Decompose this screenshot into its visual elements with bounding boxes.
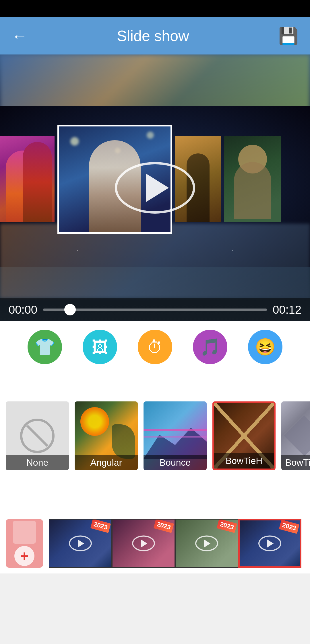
scrubber-thumb[interactable] bbox=[64, 304, 76, 315]
photos-icon-symbol: 🖼 bbox=[92, 337, 108, 357]
theme-icon[interactable]: 👕 bbox=[28, 330, 62, 364]
tool-emoji[interactable]: 😆 bbox=[248, 330, 282, 364]
film-clip-1[interactable]: 2023 bbox=[49, 519, 112, 568]
filmstrip-section: + 2023 2023 bbox=[0, 505, 310, 573]
spacer-1 bbox=[0, 373, 310, 396]
duration-icon-symbol: ⏱ bbox=[147, 337, 163, 357]
transition-bowtieH-label: BowTieH bbox=[214, 453, 274, 469]
music-icon-symbol: 🎵 bbox=[200, 337, 220, 357]
play-triangle-icon bbox=[146, 173, 169, 202]
play-ellipse bbox=[115, 162, 195, 214]
music-icon[interactable]: 🎵 bbox=[193, 330, 227, 364]
transition-bowtieV-label: BowTie... bbox=[281, 455, 310, 470]
add-clip-image-placeholder bbox=[13, 521, 36, 544]
play-button[interactable] bbox=[115, 162, 195, 214]
video-scrubber[interactable] bbox=[43, 309, 267, 311]
video-preview: 00:00 00:12 bbox=[0, 54, 310, 321]
time-start: 00:00 bbox=[9, 303, 37, 316]
emoji-icon-symbol: 😆 bbox=[255, 337, 276, 357]
film-clips: 2023 2023 2023 bbox=[49, 519, 301, 568]
bounce-line-1 bbox=[144, 429, 207, 431]
scrubber-track bbox=[43, 309, 267, 311]
plus-icon: + bbox=[20, 548, 28, 564]
bounce-line-2 bbox=[144, 436, 207, 438]
transitions-row: None Angular Bounce BowTieH bbox=[0, 401, 310, 470]
photo-right-2 bbox=[224, 136, 281, 222]
duration-icon[interactable]: ⏱ bbox=[138, 330, 172, 364]
add-clip-button[interactable]: + bbox=[6, 519, 43, 568]
top-bar: ← Slide show 💾 bbox=[0, 17, 310, 54]
tool-photos[interactable]: 🖼 bbox=[83, 330, 117, 364]
spacer-2 bbox=[0, 482, 310, 505]
clip-3-play-button bbox=[195, 536, 218, 551]
page-title: Slide show bbox=[117, 27, 189, 44]
transitions-section: None Angular Bounce BowTieH bbox=[0, 396, 310, 482]
clip-1-play-icon bbox=[78, 539, 84, 547]
transition-none-label: None bbox=[6, 455, 69, 470]
transition-angular[interactable]: Angular bbox=[75, 401, 138, 470]
status-bar bbox=[0, 0, 310, 17]
clip-4-year-badge: 2023 bbox=[279, 520, 300, 534]
transition-none[interactable]: None bbox=[6, 401, 69, 470]
none-slash-icon bbox=[26, 425, 48, 447]
clip-4-play-ellipse bbox=[258, 536, 281, 551]
save-button[interactable]: 💾 bbox=[278, 26, 299, 45]
bowtiev-diamond-icon bbox=[284, 415, 310, 456]
tool-duration[interactable]: ⏱ bbox=[138, 330, 172, 364]
transition-bowtieH[interactable]: BowTieH bbox=[212, 401, 276, 470]
clip-1-year-badge: 2023 bbox=[90, 519, 111, 533]
clip-1-play-ellipse bbox=[69, 536, 92, 551]
person-figure-2 bbox=[23, 142, 52, 222]
clip-3-play-icon bbox=[204, 539, 210, 547]
angular-leaf-icon bbox=[112, 424, 135, 459]
back-button[interactable]: ← bbox=[11, 27, 28, 45]
clip-2-play-ellipse bbox=[132, 536, 155, 551]
time-end: 00:12 bbox=[273, 303, 301, 316]
clip-2-play-button bbox=[132, 536, 155, 551]
time-bar: 00:00 00:12 bbox=[0, 298, 310, 321]
tool-theme[interactable]: 👕 bbox=[28, 330, 62, 364]
photo-left bbox=[0, 136, 55, 222]
film-clip-2[interactable]: 2023 bbox=[112, 519, 175, 568]
transition-bowtieV[interactable]: BowTie... bbox=[281, 401, 310, 470]
clip-4-play-button bbox=[258, 536, 281, 551]
angular-flower-icon bbox=[80, 407, 109, 436]
emoji-icon[interactable]: 😆 bbox=[248, 330, 282, 364]
clip-2-play-icon bbox=[141, 539, 147, 547]
transition-bounce-label: Bounce bbox=[144, 455, 207, 470]
add-icon: + bbox=[14, 546, 34, 566]
none-icon bbox=[20, 419, 55, 453]
film-clip-3[interactable]: 2023 bbox=[175, 519, 238, 568]
clip-2-year-badge: 2023 bbox=[154, 519, 174, 533]
bg-bottom bbox=[0, 224, 310, 298]
transition-angular-label: Angular bbox=[75, 455, 138, 470]
clip-3-year-badge: 2023 bbox=[217, 519, 237, 533]
transition-bounce[interactable]: Bounce bbox=[144, 401, 207, 470]
clip-4-play-icon bbox=[267, 539, 274, 547]
clip-3-play-ellipse bbox=[195, 536, 218, 551]
theme-icon-symbol: 👕 bbox=[34, 337, 55, 357]
film-clip-4[interactable]: 2023 bbox=[238, 519, 301, 568]
photos-icon[interactable]: 🖼 bbox=[83, 330, 117, 364]
tool-music[interactable]: 🎵 bbox=[193, 330, 227, 364]
clip-1-play-button bbox=[69, 536, 92, 551]
tools-row: 👕 🖼 ⏱ 🎵 😆 bbox=[0, 321, 310, 373]
